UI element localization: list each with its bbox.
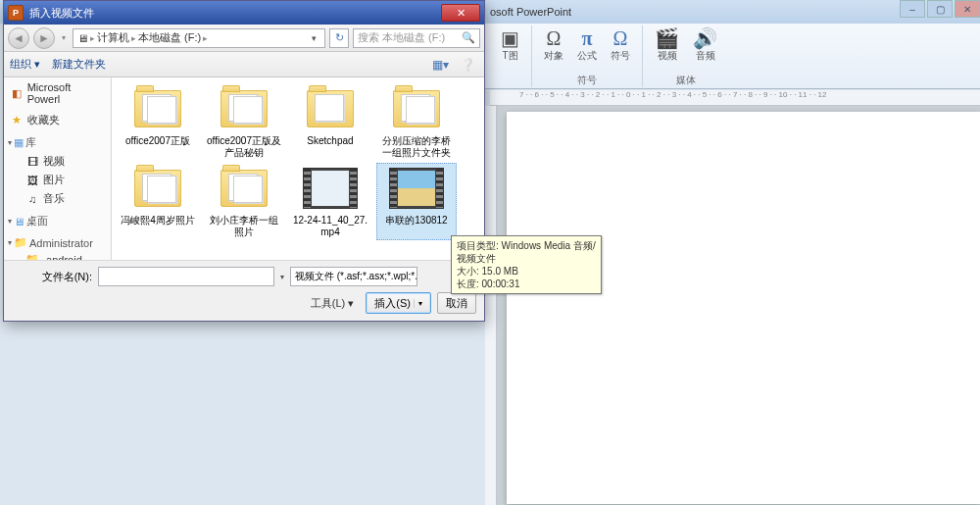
file-label: office2007正版及产品秘钥 bbox=[206, 135, 282, 159]
organize-button[interactable]: 组织 ▾ bbox=[10, 57, 40, 72]
filetype-combo[interactable]: 视频文件 (*.asf;*.asx;*.wpl;*.w ▾ bbox=[290, 267, 417, 286]
omega-icon: Ω bbox=[547, 27, 562, 49]
insert-button[interactable]: 插入(S) ▾ bbox=[366, 292, 431, 314]
chevron-right-icon: ▸ bbox=[90, 33, 95, 43]
chevron-right-icon: ▸ bbox=[131, 33, 136, 43]
breadcrumb-dropdown[interactable]: ▾ bbox=[307, 29, 320, 47]
breadcrumb[interactable]: 🖥 ▸ 计算机 ▸ 本地磁盘 (F:) ▸ ▾ bbox=[73, 28, 325, 48]
minimize-button[interactable]: – bbox=[900, 0, 925, 18]
sidebar-item-video[interactable]: 🎞视频 bbox=[4, 152, 111, 171]
search-icon: 🔍 bbox=[462, 31, 475, 44]
nav-back-button[interactable]: ◄ bbox=[8, 27, 29, 49]
video-thumb-icon bbox=[303, 168, 358, 209]
file-item-folder[interactable]: 分别压缩的李桥一组照片文件夹 bbox=[376, 83, 457, 161]
tooltip-length: 长度: 00:00:31 bbox=[457, 278, 596, 290]
dialog-close-button[interactable]: ✕ bbox=[441, 4, 480, 22]
omega2-icon: Ω bbox=[613, 27, 628, 49]
tools-button[interactable]: 工具(L) ▾ bbox=[305, 294, 361, 313]
new-folder-button[interactable]: 新建文件夹 bbox=[52, 57, 106, 72]
file-label: office2007正版 bbox=[125, 135, 190, 147]
breadcrumb-part[interactable]: 本地磁盘 (F:) bbox=[138, 30, 201, 45]
sidebar-desktop[interactable]: ▾🖥桌面 bbox=[4, 212, 111, 230]
dialog-footer: 文件名(N): ▾ 视频文件 (*.asf;*.asx;*.wpl;*.w ▾ … bbox=[4, 260, 484, 321]
file-item-folder[interactable]: 刘小庄李桥一组照片 bbox=[204, 163, 284, 240]
sidebar-libraries[interactable]: ▾▦库 bbox=[4, 133, 111, 152]
file-tooltip: 项目类型: Windows Media 音频/视频文件 大小: 15.0 MB … bbox=[451, 235, 602, 294]
dialog-body: ◧Microsoft Powerl ★收藏夹 ▾▦库 🎞视频 🖼图片 ♫音乐 ▾… bbox=[4, 77, 484, 260]
filename-label: 文件名(N): bbox=[12, 270, 92, 284]
dialog-toolbar: 组织 ▾ 新建文件夹 ▦▾ ❔ bbox=[4, 52, 484, 77]
ribbon-group-object: ▣T图 bbox=[489, 25, 532, 87]
file-item-video[interactable]: 12-24-11_40_27.mp4 bbox=[290, 163, 370, 240]
ribbon-group-symbols: Ω对象 π公式 Ω符号 符号 bbox=[532, 25, 643, 87]
ribbon-object2-button[interactable]: Ω对象 bbox=[540, 25, 567, 65]
dialog-nav: ◄ ► ▾ 🖥 ▸ 计算机 ▸ 本地磁盘 (F:) ▸ ▾ ↻ 搜索 本地磁盘 … bbox=[4, 25, 484, 52]
sidebar-item-pictures[interactable]: 🖼图片 bbox=[4, 171, 111, 189]
folder-icon bbox=[393, 90, 440, 127]
file-item-video-selected[interactable]: 串联的130812 bbox=[376, 163, 457, 240]
ribbon-audio-button[interactable]: 🔊音频 bbox=[689, 25, 721, 65]
ppt-ruler-vertical bbox=[485, 106, 497, 505]
computer-icon: 🖥 bbox=[77, 32, 88, 44]
ppt-slide[interactable] bbox=[507, 112, 980, 504]
search-input[interactable]: 搜索 本地磁盘 (F:) 🔍 bbox=[353, 28, 480, 48]
ribbon-object-button[interactable]: ▣T图 bbox=[497, 25, 523, 65]
ribbon-media-label: 媒体 bbox=[676, 74, 696, 87]
filename-dropdown[interactable]: ▾ bbox=[280, 273, 284, 281]
file-list[interactable]: office2007正版 office2007正版及产品秘钥 Sketchpad… bbox=[112, 77, 484, 260]
audio-icon: 🔊 bbox=[693, 27, 717, 49]
ppt-title: osoft PowerPoint bbox=[490, 6, 571, 18]
dialog-sidebar: ◧Microsoft Powerl ★收藏夹 ▾▦库 🎞视频 🖼图片 ♫音乐 ▾… bbox=[4, 77, 112, 260]
file-label: Sketchpad bbox=[307, 135, 353, 147]
powerpoint-icon: ◧ bbox=[10, 87, 24, 100]
nav-forward-button[interactable]: ► bbox=[33, 27, 55, 49]
sidebar-item-android[interactable]: 📁.android bbox=[4, 251, 111, 260]
filename-input[interactable] bbox=[98, 267, 274, 286]
ppt-window-buttons: – ▢ ✕ bbox=[898, 0, 980, 18]
file-label: 冯峻熙4周岁照片 bbox=[121, 215, 195, 227]
expand-icon: ▾ bbox=[8, 217, 12, 226]
ppt-workspace bbox=[485, 106, 980, 505]
ribbon-symbol-button[interactable]: Ω符号 bbox=[607, 25, 634, 65]
file-item-folder[interactable]: office2007正版 bbox=[118, 83, 198, 161]
expand-icon: ▾ bbox=[8, 138, 12, 147]
folder-icon: 📁 bbox=[25, 253, 39, 260]
folder-icon bbox=[220, 90, 268, 127]
video-lib-icon: 🎞 bbox=[25, 156, 39, 168]
user-folder-icon: 📁 bbox=[14, 236, 27, 249]
sidebar-recent[interactable]: ◧Microsoft Powerl bbox=[4, 79, 111, 107]
file-item-folder[interactable]: 冯峻熙4周岁照片 bbox=[118, 163, 198, 240]
close-button[interactable]: ✕ bbox=[955, 0, 980, 18]
refresh-button[interactable]: ↻ bbox=[329, 28, 349, 48]
nav-history-dropdown[interactable]: ▾ bbox=[59, 29, 69, 47]
sidebar-item-music[interactable]: ♫音乐 bbox=[4, 189, 111, 208]
object-icon: ▣ bbox=[501, 27, 519, 49]
help-button[interactable]: ❔ bbox=[457, 55, 478, 75]
ribbon-group-media: 🎬视频 🔊音频 媒体 bbox=[643, 25, 729, 87]
file-label: 刘小庄李桥一组照片 bbox=[206, 215, 282, 238]
desktop-icon: 🖥 bbox=[14, 216, 24, 227]
ribbon-video-button[interactable]: 🎬视频 bbox=[651, 25, 683, 65]
breadcrumb-part[interactable]: 计算机 bbox=[97, 30, 129, 45]
maximize-button[interactable]: ▢ bbox=[927, 0, 953, 18]
pi-icon: π bbox=[582, 27, 593, 49]
video-thumb-icon bbox=[389, 168, 444, 209]
sidebar-favorites[interactable]: ★收藏夹 bbox=[4, 111, 111, 129]
pictures-lib-icon: 🖼 bbox=[25, 175, 39, 186]
file-label: 串联的130812 bbox=[385, 215, 447, 227]
dialog-titlebar[interactable]: P 插入视频文件 ✕ bbox=[4, 1, 484, 25]
file-item-folder[interactable]: Sketchpad bbox=[290, 83, 370, 161]
dialog-title: 插入视频文件 bbox=[29, 6, 435, 21]
view-options-button[interactable]: ▦▾ bbox=[429, 55, 451, 75]
ribbon-equation-button[interactable]: π公式 bbox=[573, 25, 601, 65]
file-item-folder[interactable]: office2007正版及产品秘钥 bbox=[204, 83, 284, 161]
insert-video-dialog: P 插入视频文件 ✕ ◄ ► ▾ 🖥 ▸ 计算机 ▸ 本地磁盘 (F:) ▸ ▾… bbox=[3, 0, 485, 322]
chevron-right-icon: ▸ bbox=[203, 33, 208, 43]
tooltip-size: 大小: 15.0 MB bbox=[457, 265, 596, 278]
ppt-ribbon: ▣T图 Ω对象 π公式 Ω符号 符号 🎬视频 🔊音频 媒体 bbox=[485, 24, 980, 89]
ppt-ruler-horizontal: 7 · · 6 · · 5 · · 4 · · 3 · · 2 · · 1 · … bbox=[490, 90, 980, 106]
library-icon: ▦ bbox=[14, 136, 24, 149]
video-icon: 🎬 bbox=[655, 27, 679, 49]
cancel-button[interactable]: 取消 bbox=[437, 292, 476, 314]
sidebar-user[interactable]: ▾📁Administrator bbox=[4, 234, 111, 251]
